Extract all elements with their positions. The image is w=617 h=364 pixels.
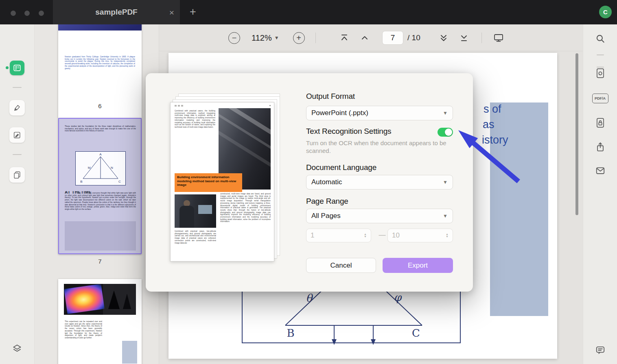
page-count: / 10 (407, 33, 420, 42)
preview-column-text: constructed, multi-view image data are f… (220, 193, 271, 258)
previous-page-button[interactable] (360, 33, 369, 42)
svg-text:φ: φ (394, 291, 402, 303)
share-button[interactable] (595, 142, 606, 153)
export-button[interactable]: Export (383, 258, 453, 273)
chevron-down-icon: ▼ (443, 213, 448, 219)
page-number-input[interactable]: 7 (382, 31, 403, 45)
vertical-scrollbar[interactable] (575, 53, 578, 215)
page-range-dropdown[interactable]: All Pages ▼ (306, 209, 453, 223)
thumbnail-page-8[interactable]: This experiment can be repeated over and… (58, 279, 142, 364)
svg-text:B: B (287, 327, 294, 339)
pages-icon (9, 167, 25, 183)
zoom-out-button[interactable]: − (228, 32, 240, 44)
protect-document-button[interactable] (595, 117, 606, 129)
stepper-icon[interactable]: ▲▼ (446, 233, 449, 238)
ocr-description: Turn on the OCR when the document appear… (306, 139, 451, 155)
mail-button[interactable] (595, 166, 606, 176)
convert-document-button[interactable] (595, 68, 606, 79)
output-format-dropdown[interactable]: PowerPoint (.pptx) ▼ (306, 106, 453, 120)
minimize-window-button[interactable] (24, 11, 30, 16)
go-to-first-page-button[interactable] (340, 33, 349, 42)
pdfa-button[interactable]: PDF/A (592, 94, 608, 103)
titlebar: samplePDF × + C (0, 0, 617, 24)
range-end-input[interactable]: 10 ▲▼ (387, 229, 453, 242)
app-window: samplePDF × + C (0, 0, 617, 364)
page7-body: AT THETIME everyone thought that white l… (65, 191, 136, 211)
document-language-value: Automatic (311, 178, 342, 186)
svg-text:A: A (99, 153, 102, 156)
avatar-letter: C (603, 9, 608, 15)
page8-text: This experiment can be repeated over and… (65, 320, 102, 339)
tab-title: samplePDF (95, 8, 137, 17)
go-to-last-page-button[interactable] (459, 33, 468, 42)
preview-heading: Building environment information modelin… (175, 173, 242, 192)
tab-close-icon[interactable]: × (169, 8, 174, 17)
pages-tool-button[interactable] (9, 167, 25, 183)
svg-text:C: C (118, 180, 121, 183)
sidebar-divider (597, 54, 604, 55)
zoom-level[interactable]: 112% (252, 33, 272, 43)
zoom-dropdown-caret-icon[interactable]: ▼ (274, 35, 279, 41)
output-format-label: Output Format (306, 92, 355, 101)
new-tab-button[interactable]: + (186, 6, 199, 19)
document-toolbar: − 112% ▼ + 7 / 10 (159, 24, 583, 51)
page8-figure-image (64, 284, 136, 315)
svg-text:N: N (111, 166, 113, 170)
page6-figure-image (58, 24, 142, 31)
document-tab[interactable]: samplePDF × (53, 0, 180, 24)
svg-text:M: M (88, 166, 91, 170)
thumbnail-panel: Newton graduated from Trinity College, C… (35, 24, 159, 364)
page8-figure-block (122, 341, 137, 364)
range-end-value: 10 (392, 231, 400, 240)
page6-label: 6 (58, 102, 142, 109)
close-window-button[interactable] (11, 11, 16, 16)
ocr-settings-label: Text Recognition Settings (306, 127, 391, 136)
range-start-input[interactable]: 1 ▲▼ (306, 229, 371, 242)
highlighter-tool-button[interactable] (9, 100, 25, 116)
output-format-value: PowerPoint (.pptx) (311, 109, 368, 117)
thumbnail-panel-button[interactable] (10, 61, 24, 75)
page-range-value: All Pages (311, 212, 341, 220)
range-start-value: 1 (311, 231, 314, 240)
document-text-fragment: s of (484, 103, 501, 116)
left-sidebar (0, 24, 35, 364)
preview-page: Combined with practical cases, the build… (170, 102, 274, 262)
sidebar-divider (13, 87, 22, 88)
page7-label: 7 (58, 258, 142, 265)
presentation-mode-button[interactable] (493, 33, 504, 43)
cancel-button[interactable]: Cancel (306, 258, 376, 273)
active-panel-indicator (6, 66, 9, 69)
zoom-window-button[interactable] (39, 11, 44, 16)
stepper-icon[interactable]: ▲▼ (364, 233, 367, 238)
svg-text:B: B (80, 180, 82, 183)
traffic-lights (11, 10, 51, 17)
document-language-label: Document Language (306, 163, 376, 172)
svg-text:θ: θ (306, 292, 313, 304)
toolbar-divider (315, 33, 316, 43)
search-button[interactable] (595, 33, 606, 44)
highlighter-icon (9, 100, 25, 116)
avatar[interactable]: C (599, 6, 612, 18)
range-separator: — (376, 231, 388, 239)
page7-body-text: everyone thought that white light was pu… (65, 192, 136, 210)
preview-photo-person (175, 194, 216, 228)
annotation-arrow (444, 121, 525, 186)
comment-button[interactable] (595, 345, 606, 355)
document-language-dropdown[interactable]: Automatic ▼ (306, 175, 453, 190)
note-edit-icon (9, 127, 25, 143)
preview-column-text: Combined with practical cases, low-altit… (175, 230, 216, 257)
page7-intro-text: These studies laid the foundation for th… (65, 125, 136, 132)
page7-diagram: A M N B C (75, 151, 126, 185)
page-range-label: Page Range (306, 197, 348, 206)
zoom-in-button[interactable]: + (293, 32, 305, 44)
annotation-tool-button[interactable] (9, 127, 25, 143)
page6-text: Newton graduated from Trinity College, C… (65, 56, 135, 70)
preview-column-text: Combined with practical cases, the build… (175, 110, 215, 171)
toolbar-divider (481, 33, 482, 43)
thumbnail-page-7-selected[interactable]: These studies laid the foundation for th… (58, 118, 142, 254)
right-sidebar: PDF/A (583, 24, 617, 364)
next-page-button[interactable] (439, 33, 448, 42)
layers-button[interactable] (12, 343, 22, 354)
export-dialog: Combined with practical cases, the build… (146, 73, 473, 292)
pdfa-icon: PDF/A (592, 94, 608, 103)
